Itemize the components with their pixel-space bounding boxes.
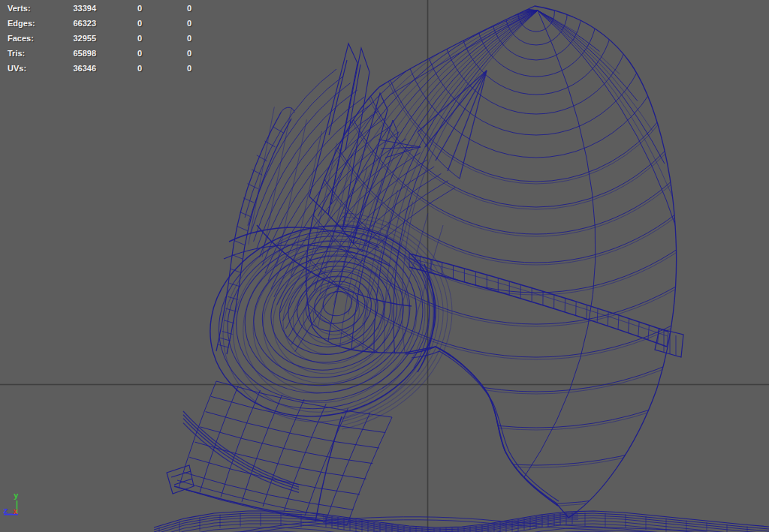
- hud-col2-value: 0: [96, 46, 142, 61]
- hud-col3-value: 0: [142, 31, 191, 46]
- axis-x-label: x: [13, 506, 18, 516]
- hud-row-edges: Edges: 66323 0 0: [0, 16, 210, 31]
- hud-total-value: 32955: [45, 31, 96, 46]
- hud-col3-value: 0: [142, 46, 191, 61]
- hud-row-verts: Verts: 33394 0 0: [0, 1, 210, 16]
- hud-total-value: 36346: [45, 61, 96, 76]
- hud-col2-value: 0: [96, 61, 142, 76]
- hud-col2-value: 0: [96, 1, 142, 16]
- viewport-3d[interactable]: Verts: 33394 0 0 Edges: 66323 0 0 Faces:…: [0, 0, 769, 532]
- hud-label: Faces:: [8, 31, 45, 46]
- axis-z-label: z: [3, 506, 8, 515]
- hud-label: UVs:: [8, 61, 45, 76]
- hud-col3-value: 0: [142, 1, 191, 16]
- hud-row-faces: Faces: 32955 0 0: [0, 31, 210, 46]
- hud-total-value: 66323: [45, 16, 96, 31]
- hud-row-uvs: UVs: 36346 0 0: [0, 61, 210, 76]
- hud-col2-value: 0: [96, 16, 142, 31]
- hud-total-value: 65898: [45, 46, 96, 61]
- hud-label: Verts:: [8, 1, 45, 16]
- wireframe-canvas: [0, 0, 769, 532]
- hud-label: Edges:: [8, 16, 45, 31]
- axis-gizmo: y z x: [0, 486, 35, 528]
- wireframe-model[interactable]: [33, 0, 769, 532]
- poly-count-hud: Verts: 33394 0 0 Edges: 66323 0 0 Faces:…: [0, 1, 210, 76]
- hud-total-value: 33394: [45, 1, 96, 16]
- hud-col3-value: 0: [142, 61, 191, 76]
- axis-y-label: y: [14, 491, 19, 500]
- hud-col2-value: 0: [96, 31, 142, 46]
- hud-col3-value: 0: [142, 16, 191, 31]
- hud-label: Tris:: [8, 46, 45, 61]
- hud-row-tris: Tris: 65898 0 0: [0, 46, 210, 61]
